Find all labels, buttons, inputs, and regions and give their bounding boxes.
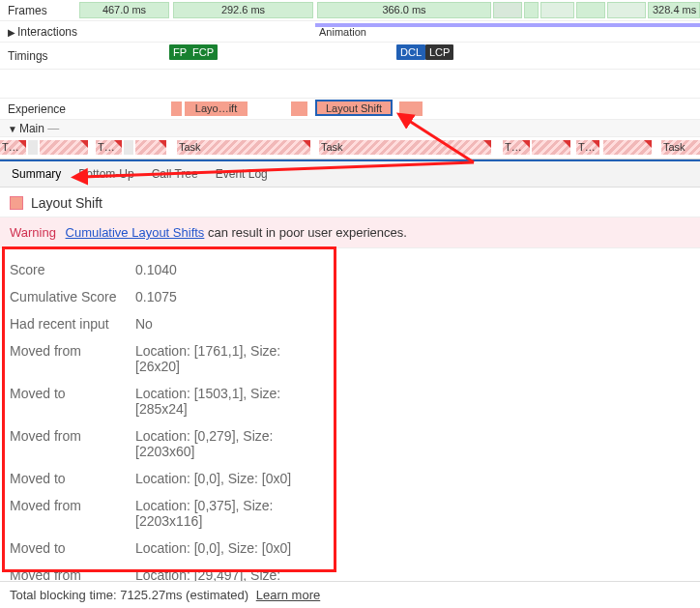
warning-icon [159,140,166,148]
experience-content[interactable]: Layo…ift Layout Shift [79,99,700,119]
frame-block[interactable] [540,2,574,18]
warning-icon [563,140,570,148]
tab-event-log[interactable]: Event Log [216,167,268,181]
detail-value: Location: [0,375], Size: [2203x116] [135,498,329,529]
interactions-content[interactable]: Animation [79,21,700,42]
warning-icon [592,140,599,148]
track-interactions: ▶Interactions Animation [0,21,700,43]
expand-icon[interactable]: ▶ [8,27,15,38]
frame-block[interactable]: 328.4 ms [648,2,700,18]
tab-bottom-up[interactable]: Bottom-Up [78,167,133,181]
detail-row: Moved fromLocation: [0,279], Size: [2203… [10,422,329,465]
detail-row: Cumulative Score0.1075 [10,283,329,310]
track-label-experience: Experience [0,102,79,116]
track-label-timings: Timings [0,49,79,63]
layout-shift-block[interactable] [291,101,307,116]
warning-label: Warning [10,225,56,240]
detail-value: Location: [0,0], Size: [0x0] [135,471,291,486]
detail-key: Moved from [10,343,124,374]
color-swatch [10,196,23,210]
detail-key: Moved to [10,386,124,417]
detail-row: Moved fromLocation: [1761,1], Size: [26x… [10,337,329,380]
task-block[interactable]: Task [661,140,700,155]
detail-key: Had recent input [10,316,124,332]
track-label-main[interactable]: ▼Main — [0,122,79,135]
detail-value: Location: [0,0], Size: [0x0] [135,540,291,556]
warning-bar: Warning Cumulative Layout Shifts can res… [0,217,700,248]
timing-dcl[interactable]: DCL [396,44,425,60]
track-label-frames: Frames [0,4,79,17]
layout-shift-block[interactable] [399,101,423,116]
footer-bar: Total blocking time: 7125.27ms (estimate… [0,581,700,608]
tab-summary[interactable]: Summary [12,167,61,181]
detail-key: Moved from [10,498,124,529]
track-experience: Experience Layo…ift Layout Shift [0,99,700,120]
task-block[interactable] [28,140,38,155]
tab-call-tree[interactable]: Call Tree [152,167,198,181]
timings-content[interactable]: FP FCP DCL LCP [79,43,700,69]
track-timings: Timings FP FCP DCL LCP [0,43,700,70]
warning-icon [114,140,122,148]
frame-block[interactable] [524,2,539,18]
layout-shift-block[interactable]: Layo…ift [185,101,248,116]
collapse-icon[interactable]: ▼ [8,124,17,134]
task-block[interactable]: Task [319,140,491,155]
detail-key: Moved to [10,540,124,556]
detail-row: Had recent inputNo [10,310,329,337]
detail-value: No [135,316,153,332]
detail-value: Location: [0,279], Size: [2203x60] [135,428,329,459]
timeline-panel: Frames 467.0 ms 292.6 ms 366.0 ms 328.4 … [0,0,700,159]
layout-shift-block[interactable] [171,101,182,116]
detail-row: Moved toLocation: [0,0], Size: [0x0] [10,465,329,492]
frame-block[interactable] [493,2,522,18]
warning-icon [18,140,26,148]
timing-fp[interactable]: FP [169,44,190,60]
task-block[interactable]: Task [177,140,310,155]
warning-icon [303,140,310,148]
warning-link[interactable]: Cumulative Layout Shifts [66,225,205,240]
interaction-bar[interactable] [315,23,700,27]
frame-block[interactable]: 292.6 ms [173,2,313,18]
warning-icon [483,140,491,148]
frame-block[interactable] [607,2,646,18]
layout-shift-selected[interactable]: Layout Shift [315,100,393,116]
track-frames: Frames 467.0 ms 292.6 ms 366.0 ms 328.4 … [0,0,700,21]
warning-rest: can result in poor user experiences. [204,225,407,240]
details-panel: Score0.1040Cumulative Score0.1075Had rec… [0,248,338,608]
detail-value: Location: [1761,1], Size: [26x20] [135,343,329,374]
track-spacer [0,70,700,99]
detail-key: Cumulative Score [10,289,124,304]
detail-row: Moved toLocation: [1503,1], Size: [285x2… [10,380,329,422]
frames-content[interactable]: 467.0 ms 292.6 ms 366.0 ms 328.4 ms [79,0,700,20]
task-block[interactable] [124,140,133,155]
detail-row: Moved fromLocation: [0,375], Size: [2203… [10,492,329,535]
track-main-header[interactable]: ▼Main — [0,120,700,137]
frame-block[interactable]: 366.0 ms [317,2,491,18]
warning-icon [80,140,88,148]
warning-icon [522,140,530,148]
track-label-interactions[interactable]: ▶Interactions [0,25,79,39]
learn-more-link[interactable]: Learn more [256,588,320,602]
detail-key: Moved to [10,471,124,486]
frame-block[interactable]: 467.0 ms [79,2,169,18]
timing-fcp[interactable]: FCP [189,44,218,60]
detail-row: Score0.1040 [10,256,329,283]
interaction-label: Animation [319,26,366,38]
main-tasks-strip[interactable]: T… T… Task Task T… T… Task [0,137,700,159]
warning-icon [644,140,652,148]
detail-value: Location: [1503,1], Size: [285x24] [135,386,329,417]
detail-row: Moved toLocation: [0,0], Size: [0x0] [10,535,329,562]
detail-key: Score [10,262,124,277]
detail-tabs: Summary Bottom-Up Call Tree Event Log [0,159,700,188]
summary-header: Layout Shift [0,188,700,217]
summary-title: Layout Shift [31,195,102,211]
timing-lcp[interactable]: LCP [425,44,453,60]
footer-text: Total blocking time: 7125.27ms (estimate… [10,588,248,602]
detail-key: Moved from [10,428,124,459]
detail-value: 0.1075 [135,289,177,304]
detail-value: 0.1040 [135,262,177,277]
frame-block[interactable] [576,2,605,18]
